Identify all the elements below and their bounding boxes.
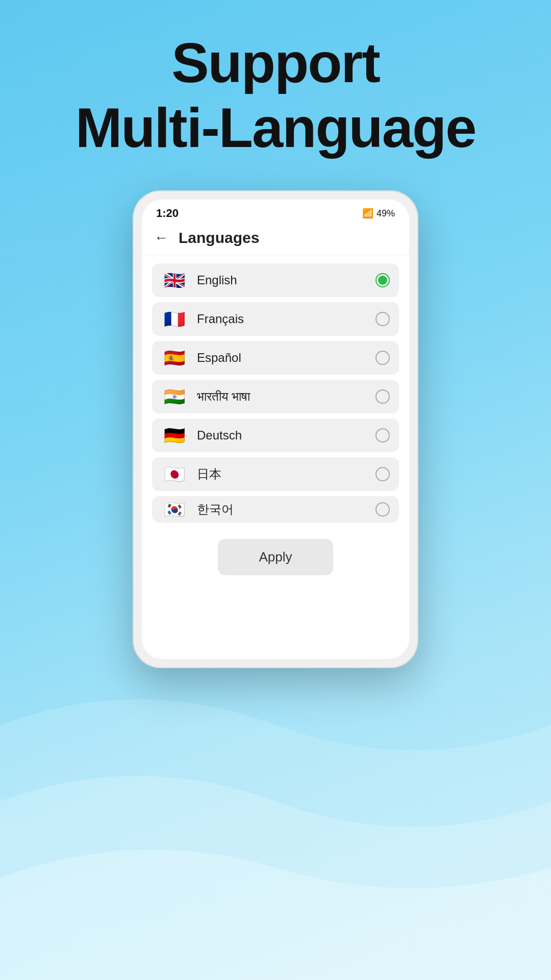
apply-button[interactable]: Apply <box>218 539 333 575</box>
promo-line1: Support <box>76 31 476 95</box>
language-item-english[interactable]: 🇬🇧 English <box>152 263 399 297</box>
back-button[interactable]: ← <box>154 230 168 246</box>
flag-korean: 🇰🇷 <box>161 500 188 519</box>
language-item-spanish[interactable]: 🇪🇸 Español <box>152 341 399 375</box>
language-item-japanese[interactable]: 🇯🇵 日本 <box>152 457 399 491</box>
status-icons: 📶 49% <box>362 208 395 219</box>
radio-hindi[interactable] <box>375 389 390 404</box>
radio-inner-english <box>378 276 387 285</box>
flag-french: 🇫🇷 <box>161 309 188 329</box>
flag-hindi: 🇮🇳 <box>161 387 188 406</box>
lang-name-japanese: 日本 <box>197 466 375 482</box>
phone-screen: 1:20 📶 49% ← Languages 🇬🇧 English <box>142 200 409 659</box>
status-bar: 1:20 📶 49% <box>142 200 409 224</box>
wifi-icon: 📶 <box>362 208 373 219</box>
radio-german[interactable] <box>375 428 390 443</box>
lang-name-english: English <box>197 273 375 287</box>
language-item-korean[interactable]: 🇰🇷 한국어 <box>152 496 399 523</box>
language-list: 🇬🇧 English 🇫🇷 Français 🇪🇸 <box>142 255 409 531</box>
status-time: 1:20 <box>156 207 179 220</box>
language-item-hindi[interactable]: 🇮🇳 भारतीय भाषा <box>152 380 399 413</box>
lang-name-korean: 한국어 <box>197 501 375 518</box>
radio-english[interactable] <box>375 273 390 287</box>
lang-name-french: Français <box>197 312 375 326</box>
radio-korean[interactable] <box>375 502 390 517</box>
lang-name-german: Deutsch <box>197 428 375 443</box>
apply-button-container: Apply <box>142 531 409 585</box>
lang-name-spanish: Español <box>197 351 375 365</box>
radio-spanish[interactable] <box>375 351 390 365</box>
flag-german: 🇩🇪 <box>161 426 188 445</box>
phone-mockup: 1:20 📶 49% ← Languages 🇬🇧 English <box>133 190 418 668</box>
radio-japanese[interactable] <box>375 467 390 481</box>
radio-french[interactable] <box>375 312 390 326</box>
app-title: Languages <box>179 229 259 247</box>
promo-header: Support Multi-Language <box>76 31 476 160</box>
language-item-german[interactable]: 🇩🇪 Deutsch <box>152 419 399 452</box>
lang-name-hindi: भारतीय भाषा <box>197 389 375 404</box>
flag-japanese: 🇯🇵 <box>161 464 188 484</box>
promo-line2: Multi-Language <box>76 95 476 160</box>
language-item-french[interactable]: 🇫🇷 Français <box>152 302 399 336</box>
app-header: ← Languages <box>142 224 409 255</box>
battery-text: 49% <box>377 208 395 219</box>
flag-english: 🇬🇧 <box>161 271 188 290</box>
flag-spanish: 🇪🇸 <box>161 348 188 368</box>
